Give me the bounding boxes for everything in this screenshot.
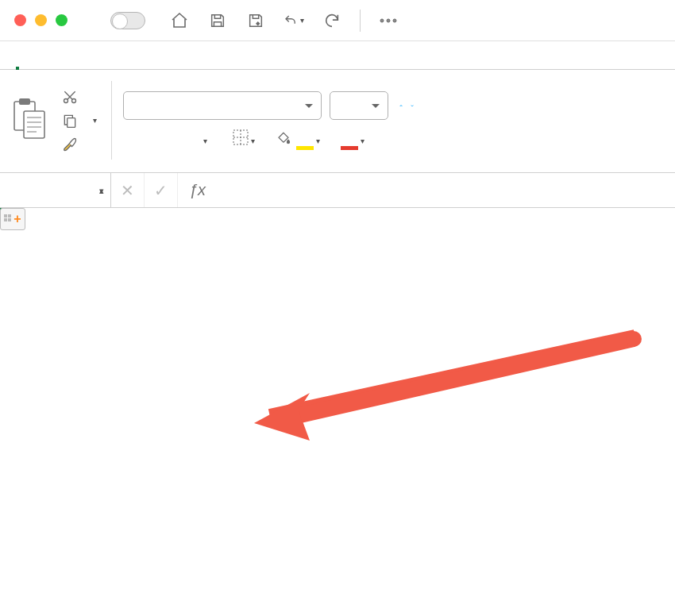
tab-insert[interactable] bbox=[52, 52, 56, 69]
save-as-icon[interactable] bbox=[245, 10, 266, 31]
annotation-arrow bbox=[238, 321, 651, 480]
svg-point-11 bbox=[72, 98, 76, 102]
underline-button[interactable]: ▾ bbox=[196, 129, 212, 150]
svg-marker-21 bbox=[254, 393, 310, 441]
tab-home[interactable] bbox=[16, 52, 19, 70]
formula-bar: ▴▾ ✕ ✓ ƒx bbox=[0, 173, 675, 208]
window-controls bbox=[14, 14, 68, 26]
tab-draw[interactable] bbox=[89, 52, 92, 69]
svg-line-22 bbox=[300, 339, 634, 415]
paste-button[interactable] bbox=[11, 97, 48, 144]
home-icon[interactable] bbox=[169, 10, 190, 31]
cancel-formula-icon[interactable]: ✕ bbox=[111, 173, 145, 207]
autosave-toggle[interactable] bbox=[110, 12, 145, 29]
font-group: ˆ ˇ ▾ ▾ ▾ ▾ bbox=[123, 76, 411, 164]
autofill-options-button[interactable]: + bbox=[0, 208, 25, 230]
svg-point-2 bbox=[393, 19, 396, 22]
copy-icon bbox=[62, 113, 78, 129]
tab-page-layout[interactable] bbox=[125, 52, 129, 69]
titlebar: ▾ bbox=[0, 0, 675, 41]
undo-icon[interactable]: ▾ bbox=[284, 10, 304, 31]
ribbon-tabs bbox=[0, 41, 675, 70]
paintbrush-icon bbox=[62, 137, 78, 152]
paint-bucket-icon bbox=[276, 131, 291, 145]
svg-rect-5 bbox=[24, 111, 44, 138]
tab-data[interactable] bbox=[199, 52, 202, 69]
font-size-select[interactable] bbox=[330, 91, 388, 120]
paste-icon bbox=[11, 97, 48, 141]
tab-formulas[interactable] bbox=[162, 52, 165, 69]
svg-point-10 bbox=[64, 98, 68, 102]
svg-rect-4 bbox=[19, 98, 30, 105]
formula-input[interactable] bbox=[217, 173, 675, 207]
format-painter-button[interactable] bbox=[59, 135, 100, 154]
svg-rect-19 bbox=[8, 218, 11, 221]
svg-rect-12 bbox=[68, 117, 75, 127]
close-window-icon[interactable] bbox=[14, 14, 26, 26]
enter-formula-icon[interactable]: ✓ bbox=[145, 173, 178, 207]
autofill-grid-icon bbox=[4, 214, 14, 224]
clipboard-group: ▾ bbox=[11, 76, 100, 164]
qat-separator bbox=[360, 10, 361, 32]
quick-access-toolbar: ▾ bbox=[169, 10, 399, 32]
font-name-select[interactable] bbox=[123, 91, 322, 120]
svg-rect-17 bbox=[8, 214, 11, 218]
scissors-icon bbox=[62, 89, 78, 105]
svg-rect-16 bbox=[4, 214, 7, 218]
name-box[interactable]: ▴▾ bbox=[0, 173, 111, 207]
borders-button[interactable]: ▾ bbox=[233, 129, 255, 150]
redo-icon[interactable] bbox=[322, 10, 342, 31]
maximize-window-icon[interactable] bbox=[56, 14, 68, 26]
copy-button[interactable]: ▾ bbox=[59, 111, 100, 130]
svg-rect-18 bbox=[4, 218, 7, 221]
ribbon: ▾ ˆ ˇ ▾ ▾ ▾ ▾ bbox=[0, 70, 675, 173]
svg-line-20 bbox=[270, 337, 635, 417]
ribbon-divider bbox=[111, 81, 112, 160]
svg-point-23 bbox=[626, 331, 642, 347]
fill-color-button[interactable]: ▾ bbox=[276, 129, 320, 150]
save-icon[interactable] bbox=[207, 10, 228, 31]
font-color-button[interactable]: ▾ bbox=[341, 129, 364, 150]
svg-point-1 bbox=[387, 19, 390, 22]
minimize-window-icon[interactable] bbox=[35, 14, 47, 26]
fx-icon[interactable]: ƒx bbox=[178, 181, 217, 199]
more-icon[interactable] bbox=[378, 10, 399, 31]
svg-point-0 bbox=[380, 19, 384, 22]
cut-button[interactable] bbox=[59, 87, 100, 106]
borders-icon bbox=[233, 129, 249, 145]
